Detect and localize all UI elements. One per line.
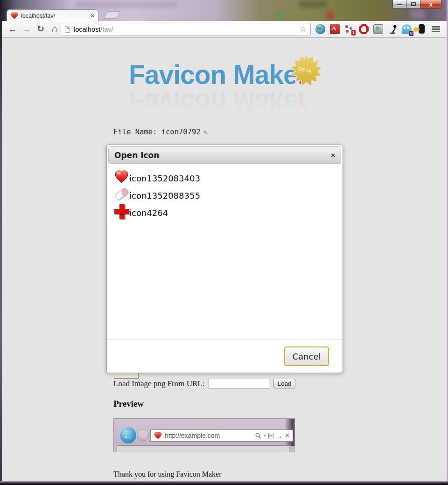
tab-close-icon[interactable]: ×	[91, 13, 94, 19]
footer-text: Thank you for using Favicon Maker	[113, 470, 222, 478]
url-text[interactable]: localhost/fav/	[74, 26, 300, 33]
preview-address-bar: http://example.com ▾ → ×	[150, 430, 293, 442]
phone-extension-icon[interactable]	[419, 24, 425, 34]
preview-stop-icon: ×	[285, 432, 289, 439]
forward-icon[interactable]: →	[21, 23, 33, 35]
url-path: /fav/	[100, 26, 113, 33]
preview-forward-icon: →	[137, 430, 149, 441]
window-controls: x	[392, 0, 441, 9]
background-blob	[75, 2, 177, 7]
stop-hand-extension-icon[interactable]	[359, 24, 369, 34]
background-blob	[327, 11, 334, 20]
preview-compat-icon	[268, 433, 273, 438]
icon-name: icon1352083403	[129, 173, 200, 183]
background-blob	[299, 1, 327, 7]
dictionary-extension-icon[interactable]: A	[330, 24, 340, 34]
browser-window: x localhost/fav/ × ← → ↻ ⌂ localhost/fav…	[0, 0, 448, 485]
ghost-extension-icon[interactable]: 0	[402, 24, 412, 34]
preview-heading: Preview	[113, 399, 144, 409]
beta-badge: BETA	[288, 53, 322, 87]
address-bar[interactable]: localhost/fav/ ☆	[61, 23, 311, 35]
window-border-left	[0, 0, 2, 485]
close-window-icon: x	[429, 1, 432, 7]
dialog-button-pane: Cancel	[107, 340, 343, 373]
share-dot	[345, 25, 348, 28]
home-icon[interactable]: ⌂	[49, 23, 61, 35]
edit-pencil-icon[interactable]: ✎	[203, 128, 207, 136]
chrome-menu-icon[interactable]	[432, 24, 441, 34]
list-item[interactable]: icon1352083403	[114, 167, 335, 185]
load-button[interactable]: Load	[273, 379, 295, 388]
heart-favicon-icon	[11, 12, 18, 19]
logo-main: Favicon Make	[129, 60, 298, 90]
eraser-icon	[114, 187, 129, 202]
background-blob	[275, 12, 283, 19]
phone-arrow-icon	[415, 27, 423, 32]
maximize-button[interactable]	[406, 0, 420, 9]
file-name-row: File Name: icon70792✎	[113, 128, 207, 136]
back-icon[interactable]: ←	[7, 23, 19, 35]
preview-addressbar-icons: ▾ → ×	[255, 432, 289, 440]
load-url-input[interactable]	[209, 379, 269, 388]
share-extension-icon[interactable]: 1	[344, 24, 354, 34]
dictionary-letter: A	[332, 25, 336, 32]
preview-search-icon	[255, 433, 261, 439]
preview-go-icon: →	[276, 432, 283, 440]
close-window-button[interactable]: x	[420, 0, 441, 9]
reload-icon[interactable]: ↻	[35, 23, 47, 35]
tab-title: localhost/fav/	[21, 13, 91, 19]
list-item[interactable]: icon1352088355	[114, 185, 335, 202]
ghost-badge: 0	[409, 31, 413, 36]
share-badge: 1	[351, 30, 356, 35]
load-url-row: Load Image png From URL: Load	[113, 379, 295, 388]
menu-bar	[432, 28, 440, 30]
page-icon	[65, 26, 70, 33]
maximize-icon	[411, 2, 416, 6]
cross-icon	[114, 204, 129, 219]
load-url-label: Load Image png From URL:	[113, 379, 204, 388]
menu-bar	[432, 26, 440, 28]
minimize-button[interactable]	[392, 0, 406, 9]
icon-name: icon1352088355	[129, 191, 200, 201]
preview-image: ← → http://example.com ▾ → ×	[113, 418, 295, 452]
icon-list: icon1352083403 icon1352088355 icon4264	[114, 167, 335, 219]
preview-url: http://example.com	[165, 432, 255, 439]
list-item[interactable]: icon4264	[114, 202, 335, 219]
heart-icon	[114, 170, 129, 185]
open-icon-dialog: Open Icon × icon1352083403 icon135208	[106, 145, 343, 373]
share-dot	[346, 30, 349, 33]
preview-back-icon: ←	[119, 427, 137, 444]
preview-heart-favicon-icon	[154, 432, 162, 439]
window-border-bottom	[0, 481, 448, 485]
dialog-title: Open Icon	[114, 151, 331, 160]
beta-label: BETA	[285, 50, 325, 90]
dialog-header[interactable]: Open Icon ×	[108, 146, 341, 164]
logo-reflection-fade	[93, 91, 355, 119]
minimize-icon	[397, 4, 402, 5]
dialog-close-icon[interactable]: ×	[331, 152, 335, 159]
messenger-extension-icon[interactable]	[373, 24, 383, 34]
menu-bar	[432, 31, 440, 32]
lamp-extension-icon[interactable]	[388, 24, 398, 34]
browser-toolbar: ← → ↻ ⌂ localhost/fav/ ☆ A 1 0	[2, 21, 447, 38]
preview-caret-icon: ▾	[264, 433, 266, 438]
background-blob	[411, 10, 425, 19]
url-host: localhost	[74, 26, 100, 33]
bookmark-star-icon[interactable]: ☆	[300, 24, 307, 34]
file-name-label: File Name:	[113, 128, 161, 136]
preview-content-area	[117, 445, 289, 452]
globe-extension-icon[interactable]	[315, 24, 325, 34]
browser-tab[interactable]: localhost/fav/ ×	[7, 9, 98, 21]
file-name-value: icon70792	[161, 128, 201, 136]
cancel-button[interactable]: Cancel	[284, 346, 329, 366]
app-logo: Favicon Maker	[129, 60, 308, 90]
icon-name: icon4264	[129, 208, 168, 218]
share-dot	[350, 27, 352, 30]
